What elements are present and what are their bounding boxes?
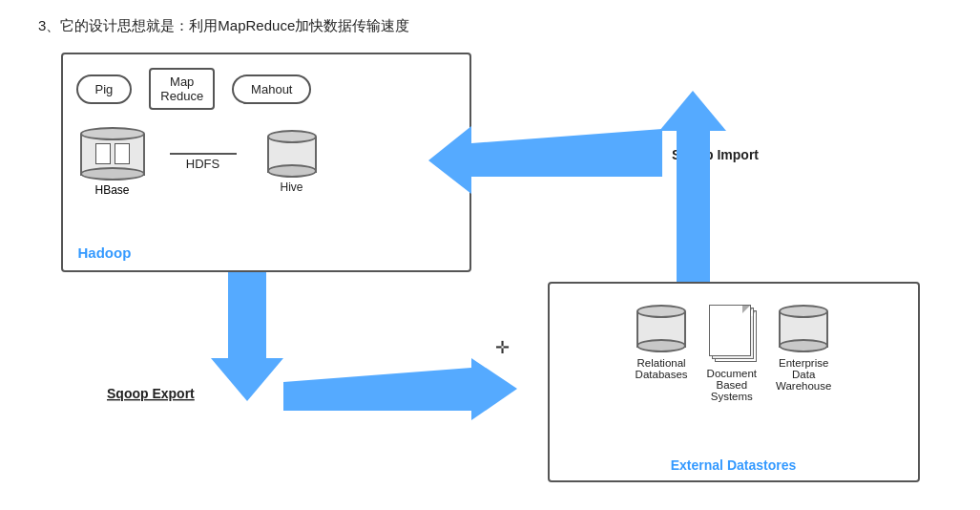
hadoop-top-row: Pig Map Reduce Mahout — [76, 68, 456, 110]
relational-databases-item: Relational Databases — [636, 305, 688, 380]
enterprise-bottom — [779, 339, 828, 352]
sqoop-export-horizontal-body — [283, 368, 471, 411]
hadoop-bottom-row: HBase HDFS Hive — [80, 127, 456, 197]
hdfs-label: HDFS — [186, 157, 219, 171]
sqoop-import-vertical-arrowhead — [659, 91, 726, 131]
doc-page-1 — [709, 305, 751, 356]
hbase-bottom-ellipse — [80, 167, 145, 181]
cursor-icon: ✛ — [495, 337, 510, 358]
hbase-icon: HBase — [80, 127, 145, 197]
relational-top — [636, 305, 686, 318]
sqoop-export-vertical-arrowhead — [211, 358, 283, 401]
relational-db-icon — [636, 305, 686, 348]
external-datastores-box: Relational Databases — [548, 282, 920, 482]
document-based-item: Document Based Systems — [707, 305, 757, 402]
page-title: 3、它的设计思想就是：利用MapReduce加快数据传输速度 — [38, 17, 942, 35]
enterprise-dw-item: Enterprise Data Warehouse — [776, 305, 831, 392]
hive-top-ellipse — [267, 130, 317, 143]
hdfs-line — [170, 153, 237, 155]
enterprise-label: Enterprise Data Warehouse — [776, 357, 831, 392]
enterprise-dw-icon — [779, 305, 828, 348]
mapreduce-label: Map Reduce — [149, 68, 215, 110]
hive-bottom-ellipse — [267, 164, 317, 178]
hbase-inner-rect-2 — [115, 143, 130, 164]
sqoop-export-horizontal-arrowhead — [471, 358, 517, 420]
enterprise-top — [779, 305, 828, 318]
external-datastores-label: External Datastores — [671, 457, 797, 473]
hadoop-label: Hadoop — [78, 244, 132, 261]
sqoop-import-arrow-body — [471, 129, 662, 177]
sqoop-export-label: Sqoop Export — [107, 386, 195, 401]
doc-corner-1 — [742, 306, 750, 313]
pig-label: Pig — [76, 74, 133, 104]
document-label: Document Based Systems — [707, 368, 757, 402]
relational-label: Relational Databases — [636, 357, 688, 380]
sqoop-import-vertical-body — [677, 131, 710, 282]
sqoop-import-label: Sqoop Import — [672, 147, 759, 162]
mahout-label: Mahout — [232, 74, 311, 104]
hbase-top-ellipse — [80, 127, 145, 140]
document-icon — [707, 305, 757, 362]
external-items: Relational Databases — [559, 305, 908, 402]
hive-label: Hive — [280, 181, 302, 194]
diagram-area: Pig Map Reduce Mahout HBase — [61, 53, 920, 482]
hadoop-box: Pig Map Reduce Mahout HBase — [61, 53, 471, 272]
page-container: 3、它的设计思想就是：利用MapReduce加快数据传输速度 Pig Map R… — [0, 0, 980, 510]
sqoop-export-vertical-body — [228, 272, 266, 358]
hdfs-label-box: HDFS — [170, 153, 237, 171]
hive-icon: Hive — [267, 130, 317, 194]
hbase-inner-rect-1 — [95, 143, 111, 164]
relational-bottom — [636, 339, 686, 352]
hbase-label: HBase — [94, 183, 129, 197]
